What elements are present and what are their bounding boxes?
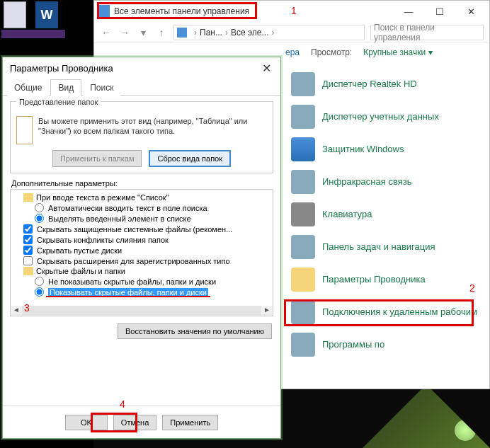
cp-item-label: Защитник Windows — [322, 144, 404, 155]
cp-item-credentials[interactable]: Диспетчер учетных данных — [285, 100, 484, 133]
tree-check[interactable]: Скрывать конфликты слияния папок — [12, 234, 271, 245]
control-panel-icon — [177, 28, 187, 38]
cp-item-defender[interactable]: Защитник Windows — [285, 133, 484, 166]
view-label: Просмотр: — [311, 47, 352, 57]
scroll-track[interactable] — [22, 306, 261, 316]
realtek-icon — [291, 72, 315, 96]
cancel-button[interactable]: Отмена — [113, 415, 156, 430]
annotation-number-4: 4 — [120, 398, 125, 410]
desktop-icon-word[interactable] — [35, 1, 58, 28]
dialog-tabs: Общие Вид Поиск — [3, 79, 280, 96]
cp-item-infrared[interactable]: Инфракрасная связь — [285, 166, 484, 198]
dialog-buttons: OK Отмена Применить — [3, 406, 280, 438]
minimize-button[interactable]: — — [393, 1, 424, 21]
tree-label: При вводе текста в режиме "Список" — [36, 193, 169, 202]
scroll-left-icon[interactable]: ◄ — [11, 306, 22, 316]
folder-icon — [16, 116, 33, 144]
group-text: Вы можете применить этот вид (например, … — [38, 116, 267, 144]
desktop-icon[interactable] — [4, 1, 26, 28]
tree-label: Скрытые файлы и папки — [36, 267, 125, 275]
radio[interactable] — [35, 214, 44, 223]
breadcrumb[interactable]: Все эле... — [231, 28, 269, 38]
folder-view-group: Представление папок Вы можете применить … — [10, 101, 273, 173]
checkbox[interactable] — [23, 235, 33, 244]
cp-item-programs[interactable]: Программы по — [285, 328, 484, 361]
cp-item-keyboard[interactable]: Клавиатура — [285, 198, 484, 231]
close-button[interactable]: ✕ — [455, 1, 486, 21]
breadcrumb-sep: › — [194, 28, 197, 38]
tree-label: Не показывать скрытые файлы, папки и дис… — [48, 277, 216, 286]
tree-label: Показывать скрытые файлы, папки и диски — [48, 288, 208, 297]
folder-icon — [23, 193, 33, 202]
search-input[interactable]: Поиск в панели управления — [370, 25, 484, 40]
close-icon[interactable]: ✕ — [259, 62, 273, 75]
annotation-number-3: 3 — [24, 302, 30, 314]
keyboard-icon — [291, 202, 315, 226]
checkbox[interactable] — [23, 246, 33, 255]
cp-item-taskbar[interactable]: Панель задач и навигация — [285, 231, 484, 263]
tree-label: Скрывать пустые диски — [37, 246, 122, 255]
tab-search[interactable]: Поиск — [83, 80, 120, 96]
programs-icon — [291, 333, 315, 357]
radio[interactable] — [35, 277, 44, 286]
shield-icon — [291, 137, 315, 161]
tree-radio[interactable]: Выделять введенный элемент в списке — [12, 213, 271, 224]
tree-radio[interactable]: Не показывать скрытые файлы, папки и дис… — [12, 276, 271, 287]
scroll-right-icon[interactable]: ► — [261, 306, 273, 316]
tree-check[interactable]: Скрывать пустые диски — [12, 245, 271, 255]
cp-item-label: Диспетчер Realtek HD — [322, 79, 417, 90]
taskbar-icon — [291, 235, 315, 259]
cp-item-label: Панель задач и навигация — [322, 241, 435, 253]
radio[interactable] — [35, 203, 44, 212]
annotation-number-2: 2 — [469, 282, 475, 294]
page-title-partial: ера — [285, 47, 300, 57]
cp-item-label: Инфракрасная связь — [322, 176, 411, 188]
tree-check[interactable]: Скрывать расширения для зарегистрированн… — [12, 255, 271, 266]
tree-label: Скрывать защищенные системные файлы (рек… — [37, 225, 232, 234]
restore-defaults-button[interactable]: Восстановить значения по умолчанию — [118, 323, 272, 339]
tab-general[interactable]: Общие — [7, 80, 49, 96]
tree-label: Скрывать конфликты слияния папок — [37, 236, 169, 244]
tree-check[interactable]: Скрывать защищенные системные файлы (рек… — [12, 224, 271, 234]
tree-folder: При вводе текста в режиме "Список" — [12, 193, 271, 202]
folder-options-dialog: Параметры Проводника ✕ Общие Вид Поиск П… — [2, 57, 281, 439]
apply-to-folders-button[interactable]: Применить к папкам — [52, 150, 142, 167]
cp-item-remote[interactable]: Подключения к удаленным рабочим — [285, 296, 484, 328]
cp-item-explorer-options[interactable]: Параметры Проводника — [285, 263, 484, 296]
radio[interactable] — [35, 287, 44, 297]
up-button[interactable]: ↑ — [155, 26, 168, 39]
cp-item-label: Подключения к удаленным рабочим — [322, 306, 477, 318]
chevron-down-icon[interactable]: ▾ — [137, 26, 149, 39]
search-placeholder: Поиск в панели управления — [374, 23, 480, 42]
tab-view[interactable]: Вид — [50, 79, 81, 96]
breadcrumb-sep: › — [225, 28, 228, 38]
tree-folder: Скрытые файлы и папки — [12, 266, 271, 276]
reset-folders-button[interactable]: Сброс вида папок — [149, 150, 231, 167]
toolbar: ← → ▾ ↑ › Пан... › Все эле... › Поиск в … — [94, 22, 489, 43]
tree-label: Выделять введенный элемент в списке — [48, 214, 191, 223]
cp-item-label: Диспетчер учетных данных — [322, 111, 439, 122]
ok-button[interactable]: OK — [65, 415, 108, 430]
apply-button[interactable]: Применить — [162, 415, 218, 430]
control-panel-items: Диспетчер Realtek HD Диспетчер учетных д… — [285, 68, 484, 361]
horizontal-scrollbar[interactable]: ◄ ► — [11, 306, 273, 316]
advanced-settings-tree[interactable]: При вводе текста в режиме "Список" Автом… — [10, 189, 273, 316]
breadcrumb[interactable]: Пан... — [200, 28, 222, 38]
credentials-icon — [291, 105, 315, 129]
forward-button[interactable]: → — [118, 26, 131, 39]
tree-label: Скрывать расширения для зарегистрированн… — [37, 257, 230, 265]
desktop-icon-label — [1, 30, 65, 38]
annotation-underline-3 — [46, 296, 210, 297]
tree-radio[interactable]: Автоматически вводить текст в поле поиск… — [12, 202, 271, 213]
checkbox[interactable] — [23, 256, 33, 265]
folder-icon — [23, 267, 33, 275]
dialog-titlebar: Параметры Проводника ✕ — [3, 57, 280, 79]
back-button[interactable]: ← — [100, 26, 113, 39]
window-title: Все элементы панели управления — [114, 6, 393, 16]
dialog-title: Параметры Проводника — [10, 63, 113, 74]
maximize-button[interactable]: ☐ — [424, 1, 455, 21]
checkbox[interactable] — [23, 224, 33, 234]
address-bar[interactable]: › Пан... › Все эле... › — [173, 25, 365, 40]
cp-item-realtek[interactable]: Диспетчер Realtek HD — [285, 68, 484, 100]
view-mode-dropdown[interactable]: Крупные значки ▾ — [363, 47, 432, 57]
